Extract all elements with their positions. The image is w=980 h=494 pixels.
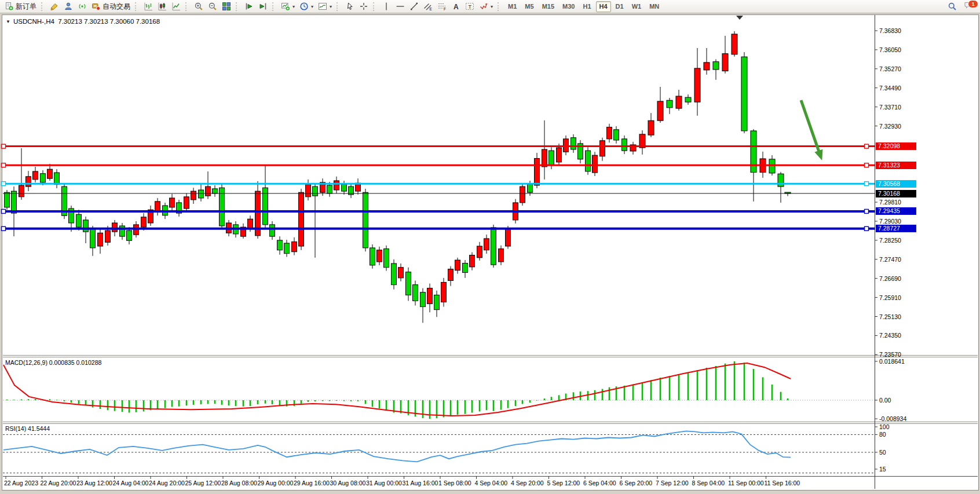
new-order-icon bbox=[5, 2, 14, 11]
chart-candles-button[interactable] bbox=[155, 0, 169, 13]
tile-windows-button[interactable] bbox=[220, 0, 233, 13]
toolbar-group bbox=[242, 0, 270, 13]
timeframe-m30-button[interactable]: M30 bbox=[559, 1, 578, 12]
autotrading-label: 自动交易 bbox=[103, 2, 130, 12]
arrows-button[interactable]: ▾ bbox=[477, 0, 495, 13]
text-button[interactable]: A bbox=[449, 0, 463, 13]
fibonacci-button[interactable]: F bbox=[435, 0, 449, 13]
horizontal-line-button[interactable] bbox=[393, 0, 407, 13]
signals-icon bbox=[78, 2, 87, 11]
chart-bars-button[interactable] bbox=[141, 0, 155, 13]
svg-text:T: T bbox=[469, 4, 472, 10]
periods-button[interactable]: ▾ bbox=[297, 0, 316, 13]
zoom-in-button[interactable] bbox=[192, 0, 206, 13]
chart-line-icon bbox=[171, 2, 181, 11]
tile-windows-icon bbox=[222, 2, 231, 11]
timeframe-h4-button[interactable]: H4 bbox=[596, 1, 611, 12]
trendline-icon bbox=[409, 2, 419, 11]
new-chart-icon bbox=[281, 2, 290, 11]
new-chart-button[interactable]: ▾ bbox=[279, 0, 297, 13]
toolbar-separator bbox=[498, 2, 501, 11]
symbol-dropdown-icon[interactable]: ▼ bbox=[6, 19, 10, 24]
svg-text:E: E bbox=[430, 7, 433, 11]
timeframe-w1-button[interactable]: W1 bbox=[628, 1, 645, 12]
channel-icon: E bbox=[423, 2, 433, 11]
new-order-button[interactable]: 新订单 bbox=[2, 0, 39, 13]
macd-indicator-label: MACD(12,26,9) 0.000835 0.010288 bbox=[5, 359, 101, 366]
search-button[interactable] bbox=[945, 0, 959, 13]
rsi-indicator-label: RSI(14) 41.5444 bbox=[5, 425, 50, 432]
chart-symbol-period: USDCNH-,H4 bbox=[13, 18, 54, 25]
toolbar-separator bbox=[185, 2, 189, 11]
zoom-in-icon bbox=[194, 2, 203, 11]
autotrading-button[interactable]: 自动交易 bbox=[89, 0, 133, 13]
zoom-out-button[interactable] bbox=[206, 0, 220, 13]
auto-scroll-icon bbox=[244, 2, 254, 11]
chart-bars-icon bbox=[144, 2, 153, 11]
autotrading-icon bbox=[92, 2, 101, 11]
toolbar-group: 新订单 bbox=[2, 0, 39, 13]
vline-icon bbox=[382, 2, 391, 11]
chevron-down-icon: ▾ bbox=[491, 4, 493, 9]
arrows-icon bbox=[479, 2, 488, 11]
text-a-icon: A bbox=[451, 2, 460, 11]
toolbar-group: ▾▾▾ bbox=[279, 0, 334, 13]
toolbar-separator bbox=[135, 2, 138, 11]
timeframe-m1-button[interactable]: M1 bbox=[504, 1, 520, 12]
crosshair-button[interactable] bbox=[357, 0, 371, 13]
chart-header: ▼USDCNH-,H4 7.30213 7.30213 7.30060 7.30… bbox=[6, 18, 160, 25]
svg-text:A: A bbox=[454, 3, 459, 11]
vertical-line-button[interactable] bbox=[379, 0, 393, 13]
toolbar-separator bbox=[41, 2, 45, 11]
timeframe-m15-button[interactable]: M15 bbox=[539, 1, 558, 12]
chevron-down-icon: ▾ bbox=[292, 4, 295, 9]
toolbar-separator bbox=[373, 2, 376, 11]
timeframe-d1-button[interactable]: D1 bbox=[612, 1, 627, 12]
timeframe-mn-button[interactable]: MN bbox=[646, 1, 663, 12]
new-order-label: 新订单 bbox=[16, 2, 36, 12]
templates-icon bbox=[318, 2, 327, 11]
chart-shift-button[interactable] bbox=[256, 0, 270, 13]
cursor-button[interactable] bbox=[343, 0, 357, 13]
text-label-button[interactable]: T bbox=[463, 0, 477, 13]
cursor-icon bbox=[345, 2, 354, 11]
svg-text:F: F bbox=[444, 7, 446, 11]
toolbar-group: EFAT▾ bbox=[379, 0, 495, 13]
signals-button[interactable] bbox=[75, 0, 89, 13]
chevron-down-icon: ▾ bbox=[330, 4, 332, 9]
community-icon bbox=[64, 2, 73, 11]
chart-line-button[interactable] bbox=[169, 0, 183, 13]
chevron-down-icon: ▾ bbox=[311, 4, 313, 9]
toolbar-group bbox=[192, 0, 233, 13]
timeframe-h1-button[interactable]: H1 bbox=[579, 1, 594, 12]
chart-ohlc-values: 7.30213 7.30213 7.30060 7.30168 bbox=[58, 18, 160, 25]
clock-icon bbox=[299, 2, 309, 11]
toolbar-group bbox=[343, 0, 371, 13]
chart-shift-icon bbox=[258, 2, 268, 11]
fibo-icon: F bbox=[437, 2, 447, 11]
toolbar-separator bbox=[337, 2, 340, 11]
metaeditor-icon bbox=[50, 2, 59, 11]
chart-area[interactable] bbox=[2, 14, 979, 491]
toolbar-group: 自动交易 bbox=[47, 0, 133, 13]
zoom-out-icon bbox=[208, 2, 217, 11]
label-t-icon: T bbox=[465, 2, 474, 11]
toolbar-group bbox=[141, 0, 183, 13]
community-button[interactable] bbox=[61, 0, 75, 13]
toolbar-separator bbox=[236, 2, 239, 11]
chart-candles-icon bbox=[158, 2, 167, 11]
timeframe-toolbar: M1M5M15M30H1H4D1W1MN bbox=[504, 0, 663, 13]
templates-button[interactable]: ▾ bbox=[316, 0, 334, 13]
crosshair-icon bbox=[359, 2, 368, 11]
chat-button[interactable]: 1 bbox=[964, 1, 977, 12]
auto-scroll-button[interactable] bbox=[242, 0, 256, 13]
hline-icon bbox=[396, 2, 405, 11]
metaeditor-button[interactable] bbox=[47, 0, 61, 13]
equidistant-channel-button[interactable]: E bbox=[421, 0, 435, 13]
timeframe-m5-button[interactable]: M5 bbox=[521, 1, 537, 12]
chat-badge: 1 bbox=[968, 0, 978, 8]
toolbar-separator bbox=[272, 2, 276, 11]
main-toolbar: 新订单自动交易▾▾▾EFAT▾ M1M5M15M30H1H4D1W1MN 1 bbox=[0, 0, 980, 13]
trendline-button[interactable] bbox=[407, 0, 421, 13]
